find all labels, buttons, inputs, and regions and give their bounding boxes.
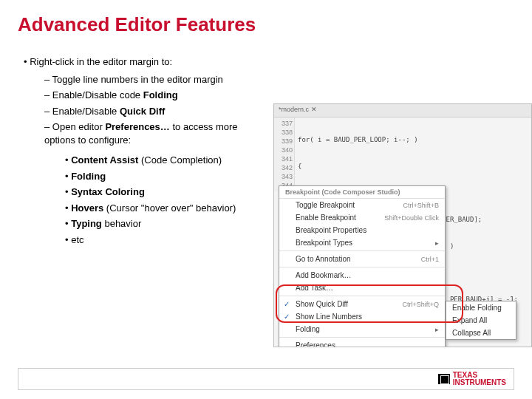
menu-separator	[279, 267, 445, 267]
bullet-l3: etc	[65, 233, 257, 247]
slide-title: Advanced Editor Features	[18, 13, 514, 36]
submenu-item-collapse-all[interactable]: Collapse All	[446, 327, 516, 339]
folding-submenu[interactable]: Enable Folding Expand All Collapse All	[446, 301, 516, 340]
menu-item-show-quick-diff[interactable]: Show Quick DiffCtrl+Shift+Q	[279, 298, 445, 310]
line-number: 340	[276, 146, 293, 154]
line-number: 338	[276, 128, 293, 137]
line-number: 339	[276, 137, 293, 146]
line-number: 342	[276, 163, 293, 172]
bullet-l2: Enable/Disable code Folding	[44, 89, 269, 102]
menu-header: Breakpoint (Code Composer Studio)	[279, 186, 445, 199]
editor-tab[interactable]: *modern.c ✕	[274, 104, 531, 117]
footer: TEXAS INSTRUMENTS	[18, 368, 514, 390]
bullet-l3: Hovers (Cursor "hover over" behavior)	[65, 202, 257, 215]
menu-item-enable-breakpoint[interactable]: Enable BreakpointShift+Double Click	[279, 211, 445, 224]
menu-item-breakpoint-properties[interactable]: Breakpoint Properties	[279, 224, 445, 236]
menu-item-goto-annotation[interactable]: Go to AnnotationCtrl+1	[279, 253, 445, 265]
line-number: 341	[276, 154, 293, 163]
menu-separator	[279, 296, 445, 296]
menu-item-show-line-numbers[interactable]: Show Line Numbers	[279, 310, 445, 323]
bullet-l2: Open editor Preferences… to access more …	[44, 120, 269, 146]
bullet-l2: Toggle line numbers in the editor margin	[44, 73, 269, 86]
menu-item-add-task[interactable]: Add Task…	[279, 282, 445, 294]
bullet-l3: Content Assist (Code Completion)	[65, 154, 257, 167]
menu-item-folding[interactable]: Folding	[279, 323, 445, 335]
line-number: 343	[276, 172, 293, 181]
ti-logo: TEXAS INSTRUMENTS	[438, 372, 506, 386]
menu-separator	[279, 337, 445, 338]
ti-chip-icon	[438, 374, 450, 384]
menu-item-toggle-breakpoint[interactable]: Toggle BreakpointCtrl+Shift+B	[279, 199, 445, 211]
ti-brand-bottom: INSTRUMENTS	[453, 379, 506, 386]
editor-gutter[interactable]: 337 338 339 340 341 342 343 344	[274, 117, 295, 191]
menu-item-add-bookmark[interactable]: Add Bookmark…	[279, 269, 445, 282]
editor-screenshot: *modern.c ✕ 337 338 339 340 341 342 343 …	[273, 103, 532, 347]
bullet-intro: Right-click in the editor margin to:	[24, 55, 269, 69]
bullet-l3: Syntax Coloring	[65, 185, 257, 199]
slide: Advanced Editor Features Right-click in …	[0, 0, 532, 399]
submenu-item-expand-all[interactable]: Expand All	[446, 314, 516, 327]
code-line: {	[298, 162, 531, 171]
bullet-l3: Typing behavior	[65, 217, 257, 231]
line-number: 337	[276, 119, 293, 128]
bullet-l3: Folding	[65, 170, 257, 183]
bullet-l2: Enable/Disable Quick Diff	[44, 105, 269, 118]
submenu-item-enable-folding[interactable]: Enable Folding	[446, 301, 516, 314]
menu-item-breakpoint-types[interactable]: Breakpoint Types	[279, 236, 445, 249]
context-menu[interactable]: Breakpoint (Code Composer Studio) Toggle…	[279, 185, 446, 347]
menu-separator	[279, 250, 445, 251]
slide-body: Right-click in the editor margin to: Tog…	[18, 55, 269, 247]
code-line: for( i = BAUD_PER_LOOP; i--; )	[298, 135, 531, 144]
menu-item-preferences[interactable]: Preferences…	[279, 339, 445, 347]
